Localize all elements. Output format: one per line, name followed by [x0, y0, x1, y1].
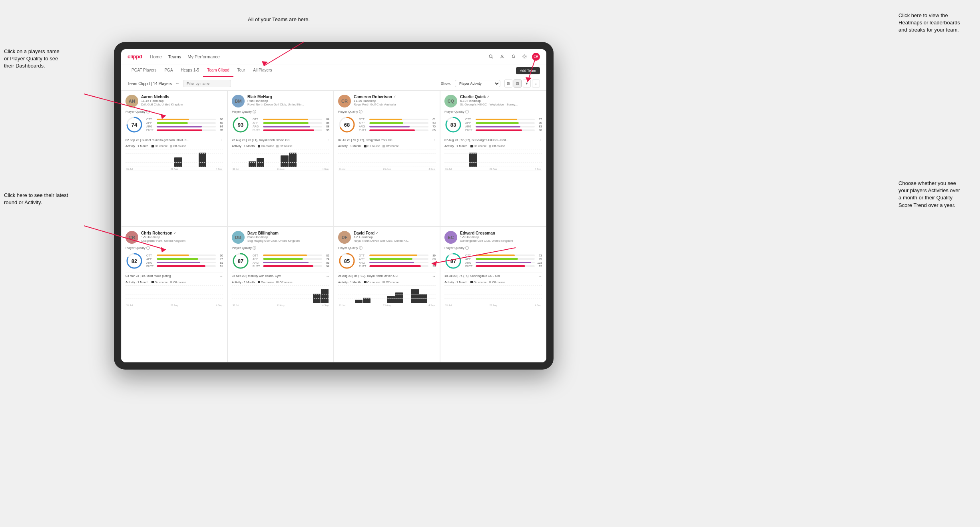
- player-name[interactable]: Chris Robertson ✓: [141, 231, 223, 235]
- quality-section[interactable]: 93 OTT 84 APP 85 ARG 88: [232, 116, 329, 133]
- latest-round[interactable]: 18 Jul 23 | 74 (+4), Sunningdale GC - Ol…: [444, 272, 542, 278]
- toggle-on-course[interactable]: On course: [364, 281, 380, 284]
- off-course-dot: [276, 281, 279, 283]
- round-arrow[interactable]: →: [538, 274, 542, 278]
- nav-my-performance[interactable]: My Performance: [187, 54, 220, 59]
- stat-bar-bg: [157, 265, 216, 267]
- quality-circle[interactable]: 68: [338, 116, 356, 133]
- latest-round[interactable]: 02 Sep 23 | Sunset round to get back int…: [125, 136, 223, 142]
- stat-bar-fill: [476, 119, 517, 120]
- quality-section[interactable]: 74 OTT 60 APP 58 ARG 84: [125, 116, 223, 133]
- subnav-pga[interactable]: PGA: [160, 64, 177, 77]
- player-name[interactable]: Blair McHarg: [247, 95, 329, 99]
- quality-circle[interactable]: 82: [125, 252, 143, 270]
- user-avatar[interactable]: CR: [532, 53, 540, 61]
- grid-view-icon[interactable]: ⊞: [504, 80, 512, 88]
- stat-bar-fill: [476, 262, 531, 263]
- sort-icon[interactable]: ↕: [532, 80, 540, 88]
- round-arrow[interactable]: →: [326, 138, 329, 142]
- subnav-all-players[interactable]: All Players: [249, 64, 276, 77]
- edit-icon[interactable]: ✏: [176, 82, 179, 86]
- quality-circle[interactable]: 85: [338, 252, 356, 270]
- search-icon[interactable]: [487, 53, 494, 60]
- bell-icon[interactable]: [510, 53, 517, 60]
- player-name[interactable]: Edward Crossman: [460, 231, 542, 235]
- subnav-pgat[interactable]: PGAT Players: [127, 64, 160, 77]
- latest-round[interactable]: 26 Aug 23 | 84 (+12), Royal North Devon …: [338, 272, 436, 278]
- subnav-hcaps[interactable]: Hcaps 1-5: [177, 64, 203, 77]
- latest-round[interactable]: 03 Mar 23 | 19, Must make putting →: [125, 272, 223, 278]
- toggle-on-course[interactable]: On course: [470, 145, 486, 147]
- latest-round[interactable]: 02 Jul 23 | 59 (+17), Craigmillar Park G…: [338, 136, 436, 142]
- toggle-off-course[interactable]: Off course: [170, 145, 186, 147]
- latest-round[interactable]: 04 Sep 23 | Mobility with coach, Gym →: [232, 272, 329, 278]
- chart-bars: [338, 285, 436, 303]
- toggle-off-course[interactable]: Off course: [276, 281, 292, 284]
- quality-circle[interactable]: 83: [444, 116, 462, 133]
- toggle-on-course[interactable]: On course: [364, 145, 380, 147]
- round-text: 26 Aug 23 | 73 (+1), Royal North Devon G…: [232, 138, 326, 142]
- round-arrow[interactable]: →: [219, 138, 223, 142]
- stat-value: 77: [217, 258, 223, 261]
- off-course-label: Off course: [492, 281, 505, 284]
- quality-circle[interactable]: 87: [232, 252, 249, 270]
- stat-value: 81: [217, 261, 223, 264]
- subnav-tour[interactable]: Tour: [233, 64, 249, 77]
- stat-bar-fill: [476, 126, 520, 127]
- toggle-off-course[interactable]: Off course: [276, 145, 292, 147]
- stat-value: 80: [536, 121, 542, 124]
- add-team-button[interactable]: Add Team: [516, 67, 540, 74]
- quality-circle[interactable]: 93: [232, 116, 249, 133]
- quality-section[interactable]: 87 OTT 82 APP 74 ARG 85: [232, 252, 329, 270]
- subnav-team-clippd[interactable]: Team Clippd: [203, 64, 233, 77]
- quality-circle[interactable]: 87: [444, 252, 462, 270]
- toggle-on-course[interactable]: On course: [151, 145, 167, 147]
- nav-teams[interactable]: Teams: [168, 54, 181, 59]
- player-name[interactable]: Dave Billingham: [247, 231, 329, 235]
- stat-value: 82: [324, 254, 329, 257]
- quality-section[interactable]: 82 OTT 60 APP 77 ARG 81: [125, 252, 223, 270]
- toggle-off-course[interactable]: Off course: [382, 145, 398, 147]
- toggle-off-course[interactable]: Off course: [382, 281, 398, 284]
- round-arrow[interactable]: →: [432, 138, 436, 142]
- show-select[interactable]: Player Activity Quality Score Trend: [455, 80, 500, 87]
- toggle-off-course[interactable]: Off course: [170, 281, 186, 284]
- quality-section[interactable]: 68 OTT 61 APP 63 ARG 75: [338, 116, 436, 133]
- settings-icon[interactable]: [521, 53, 528, 60]
- toggle-off-course[interactable]: Off course: [489, 281, 505, 284]
- quality-section[interactable]: 83 OTT 77 APP 80 ARG 83: [444, 116, 542, 133]
- round-arrow[interactable]: →: [326, 274, 329, 278]
- player-avatar: DB: [232, 231, 245, 244]
- toggle-on-course[interactable]: On course: [258, 145, 274, 147]
- stat-bar-fill: [369, 262, 414, 263]
- player-name[interactable]: Cameron Robertson ✓: [354, 95, 436, 99]
- list-view-icon[interactable]: ⊟: [514, 80, 522, 88]
- player-name[interactable]: Charlie Quick ✓: [460, 95, 542, 99]
- quality-label: Player Quality i: [338, 110, 436, 113]
- stat-label: APP: [253, 258, 261, 261]
- toggle-on-course[interactable]: On course: [151, 281, 167, 284]
- round-arrow[interactable]: →: [432, 274, 436, 278]
- quality-section[interactable]: 85 OTT 89 APP 80 ARG 83: [338, 252, 436, 270]
- toggle-off-course[interactable]: Off course: [489, 145, 505, 147]
- activity-section: Activity · 1 Month On course Off course: [232, 280, 329, 307]
- player-name[interactable]: David Ford ✓: [354, 231, 436, 235]
- activity-toggle: On course Off course: [151, 281, 186, 284]
- round-arrow[interactable]: →: [538, 138, 542, 142]
- filter-icon[interactable]: ▼: [523, 80, 531, 88]
- chart-bar: [289, 153, 297, 167]
- toggle-on-course[interactable]: On course: [470, 281, 486, 284]
- latest-round[interactable]: 26 Aug 23 | 73 (+1), Royal North Devon G…: [232, 136, 329, 142]
- round-arrow[interactable]: →: [219, 274, 223, 278]
- person-icon[interactable]: [498, 53, 506, 60]
- chart-area: 31 Jul21 Aug4 Sep: [444, 285, 542, 307]
- player-card: CQ Charlie Quick ✓ 6-10 Handicap St. Geo…: [440, 90, 546, 227]
- activity-header: Activity · 1 Month On course Off course: [338, 280, 436, 284]
- search-input[interactable]: [183, 80, 231, 87]
- toggle-on-course[interactable]: On course: [258, 281, 274, 284]
- quality-section[interactable]: 87 OTT 73 APP 79 ARG 103: [444, 252, 542, 270]
- latest-round[interactable]: 07 Aug 23 | 77 (+7), St George's Hill GC…: [444, 136, 542, 142]
- quality-circle[interactable]: 74: [125, 116, 143, 133]
- player-name[interactable]: Aaron Nicholls: [141, 95, 223, 99]
- nav-home[interactable]: Home: [150, 54, 161, 59]
